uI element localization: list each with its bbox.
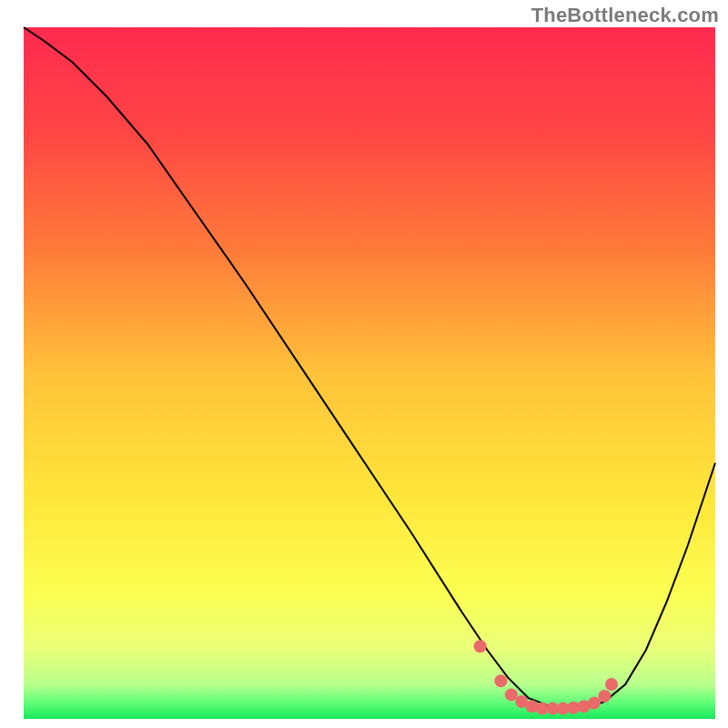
highlight-dot — [605, 678, 618, 691]
chart-container: TheBottleneck.com — [0, 0, 728, 728]
highlight-dot — [598, 690, 611, 703]
highlight-dot — [505, 688, 518, 701]
plot-background — [24, 27, 715, 719]
bottleneck-chart — [0, 0, 728, 728]
highlight-dot — [494, 674, 507, 687]
highlight-dot — [588, 697, 601, 710]
highlight-dot — [474, 640, 487, 652]
